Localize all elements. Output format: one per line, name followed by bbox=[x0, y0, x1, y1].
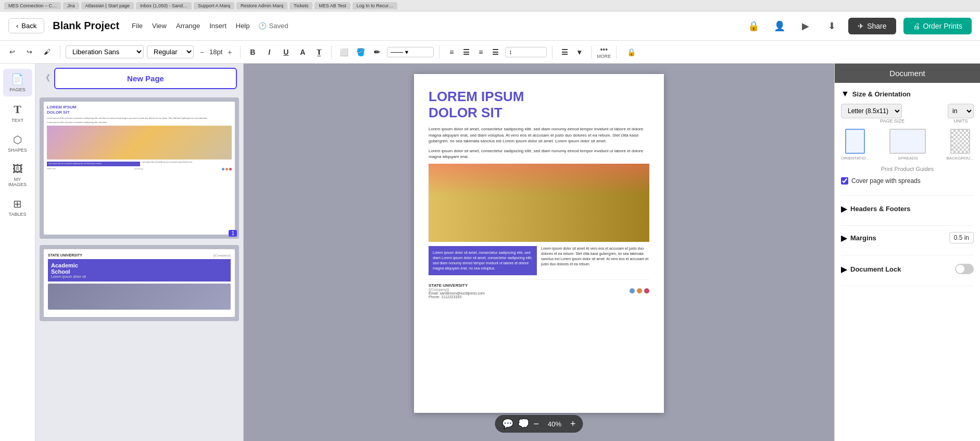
headers-footers-section: ▶ Headers & Footers bbox=[841, 204, 974, 226]
stroke-color-button[interactable]: ✏ bbox=[370, 45, 384, 59]
browser-tab[interactable]: Support A Marq bbox=[194, 2, 234, 9]
align-justify-button[interactable]: ☰ bbox=[488, 45, 502, 59]
align-left-button[interactable]: ≡ bbox=[445, 45, 458, 59]
browser-tab[interactable]: MES Connection – C… bbox=[4, 2, 61, 9]
text-style-button[interactable]: T̲ bbox=[312, 45, 326, 59]
browser-tab[interactable]: Inbox (1,050) - Sand… bbox=[136, 2, 192, 9]
comment-button[interactable]: 💬 bbox=[502, 418, 513, 430]
bold-button[interactable]: B bbox=[246, 45, 259, 59]
toolbar-separator bbox=[240, 46, 241, 58]
browser-tab[interactable]: Atlassian | Start page bbox=[81, 2, 134, 9]
zoom-in-button[interactable]: + bbox=[570, 419, 576, 430]
play-icon: ▶ bbox=[802, 20, 809, 32]
document-lower-right: Lorem ipsum dolor sit amet At vero eos e… bbox=[541, 246, 649, 275]
background-option[interactable]: BACKGROU... bbox=[947, 129, 974, 161]
spreads-icon bbox=[889, 129, 926, 154]
zoom-out-button[interactable]: − bbox=[533, 419, 539, 430]
toolbar-separator bbox=[60, 46, 60, 58]
list-type-button[interactable]: ▾ bbox=[572, 45, 586, 59]
sidebar-item-tables[interactable]: ⊞ TABLES bbox=[3, 193, 32, 221]
menu-file[interactable]: File bbox=[132, 22, 143, 30]
shapes-icon: ⬡ bbox=[13, 133, 22, 146]
page-2-thumbnail[interactable]: STATE UNIVERSITY {{Company}} Academic Sc… bbox=[40, 245, 239, 321]
menu-insert[interactable]: Insert bbox=[209, 22, 227, 30]
underline-button[interactable]: U bbox=[279, 45, 293, 59]
bullet-list-button[interactable]: ☰ bbox=[558, 45, 571, 59]
font-size-control: − 18pt + bbox=[197, 48, 235, 56]
headers-footers-header[interactable]: ▶ Headers & Footers bbox=[841, 204, 974, 214]
share-button[interactable]: ✈ Share bbox=[848, 18, 896, 34]
thumb-image bbox=[47, 126, 232, 160]
redo-button[interactable]: ↪ bbox=[22, 46, 36, 58]
font-style-select[interactable]: Regular bbox=[147, 45, 194, 58]
align-right-button[interactable]: ≡ bbox=[474, 45, 487, 59]
menu-view[interactable]: View bbox=[152, 22, 167, 30]
align-center-button[interactable]: ☰ bbox=[459, 45, 473, 59]
menu-arrange[interactable]: Arrange bbox=[176, 22, 200, 30]
page-size-container: Letter (8.5x11) PAGE SIZE bbox=[841, 104, 944, 124]
menu-help[interactable]: Help bbox=[236, 22, 250, 30]
size-orientation-header[interactable]: ▼ Size & Orientation bbox=[841, 89, 974, 99]
redo-icon: ↪ bbox=[27, 48, 32, 56]
sidebar-item-my-images[interactable]: 🖼 MY IMAGES bbox=[3, 159, 32, 191]
footer-phone: Phone: 1112223333 bbox=[429, 295, 485, 299]
thumb-page2-subheadline: Lorem ipsum dolor sit bbox=[51, 275, 228, 278]
line-icon: —— bbox=[391, 48, 403, 56]
text-color-button[interactable]: A bbox=[296, 45, 309, 59]
page-1-thumbnail[interactable]: LOREM IPSUMDOLOR SIT Lorem ipsum dolor s… bbox=[40, 97, 239, 239]
document-title: LOREM IPSUM DOLOR SIT bbox=[429, 89, 649, 121]
browser-tab[interactable]: MES AB Test bbox=[315, 2, 350, 9]
section-expand-arrow: ▶ bbox=[841, 233, 847, 243]
chat-button[interactable]: 💭 bbox=[518, 418, 529, 430]
footer-company: {{Company}} bbox=[429, 288, 485, 291]
browser-tab[interactable]: Log In to Recur… bbox=[353, 2, 398, 9]
sidebar-item-pages[interactable]: 📄 PAGES bbox=[3, 69, 32, 96]
portrait-option[interactable]: ORIENTATIO... bbox=[841, 129, 869, 161]
format-painter-button[interactable]: 🖌 bbox=[40, 46, 55, 58]
cover-page-checkbox[interactable] bbox=[841, 177, 848, 185]
spreads-option[interactable]: SPREADS bbox=[889, 129, 926, 161]
fill-color-button[interactable]: 🪣 bbox=[354, 45, 367, 59]
units-select[interactable]: in bbox=[948, 104, 974, 118]
browser-tab[interactable]: Jira bbox=[63, 2, 79, 9]
section-collapse-arrow: ▼ bbox=[841, 89, 849, 99]
lock-toolbar-button[interactable]: 🔒 bbox=[622, 43, 640, 62]
new-page-button[interactable]: New Page bbox=[54, 68, 237, 89]
pages-list: LOREM IPSUMDOLOR SIT Lorem ipsum dolor s… bbox=[35, 93, 243, 441]
header-actions: 🔒 👤 ▶ ⬇ ✈ Share 🖨 Order Prints bbox=[744, 17, 972, 35]
document-lock-toggle[interactable] bbox=[955, 264, 974, 274]
more-options-button[interactable]: ••• MORE bbox=[597, 45, 611, 59]
margins-value[interactable]: 0.5 in bbox=[949, 232, 974, 243]
undo-button[interactable]: ↩ bbox=[5, 46, 19, 58]
sidebar-item-text[interactable]: T TEXT bbox=[3, 99, 32, 127]
font-size-decrease-button[interactable]: − bbox=[197, 48, 207, 56]
lock-button[interactable]: 🔒 bbox=[744, 17, 763, 35]
page-size-select[interactable]: Letter (8.5x11) bbox=[841, 104, 902, 118]
back-arrow-icon: ‹ bbox=[16, 22, 18, 30]
stroke-width-control[interactable]: —— ▾ bbox=[387, 47, 434, 57]
font-size-increase-button[interactable]: + bbox=[224, 48, 235, 56]
document-right-text: Lorem ipsum dolor sit amet At vero eos e… bbox=[541, 246, 649, 266]
browser-tab[interactable]: Restore Admin Marq bbox=[236, 2, 287, 9]
play-button[interactable]: ▶ bbox=[796, 17, 815, 35]
sidebar-label-text: TEXT bbox=[11, 118, 23, 123]
print-product-guides-link[interactable]: Print Product Guides bbox=[841, 166, 974, 172]
document-lock-header[interactable]: ▶ Document Lock bbox=[841, 264, 974, 274]
line-spacing-control[interactable]: ↕ bbox=[505, 47, 547, 57]
cover-page-row: Cover page with spreads bbox=[841, 177, 974, 185]
sidebar-item-shapes[interactable]: ⬡ SHAPES bbox=[3, 129, 32, 157]
download-button[interactable]: ⬇ bbox=[822, 17, 841, 35]
font-family-select[interactable]: Liberation Sans bbox=[66, 45, 144, 58]
italic-button[interactable]: I bbox=[262, 45, 276, 59]
browser-tab[interactable]: Tickets bbox=[290, 2, 312, 9]
thumb-page2-headline: Academic School bbox=[51, 262, 228, 275]
back-button[interactable]: ‹ Back bbox=[8, 18, 44, 33]
order-prints-button[interactable]: 🖨 Order Prints bbox=[903, 18, 972, 34]
text-box-button[interactable]: ⬜ bbox=[337, 45, 350, 59]
user-add-button[interactable]: 👤 bbox=[770, 17, 789, 35]
pages-panel: 《 New Page LOREM IPSUMDOLOR SIT Lorem ip… bbox=[35, 64, 244, 441]
margins-header[interactable]: ▶ Margins 0.5 in bbox=[841, 232, 974, 243]
section-expand-arrow: ▶ bbox=[841, 204, 847, 214]
thumb-title: LOREM IPSUMDOLOR SIT bbox=[47, 105, 232, 115]
collapse-panel-button[interactable]: 《 bbox=[42, 73, 50, 84]
